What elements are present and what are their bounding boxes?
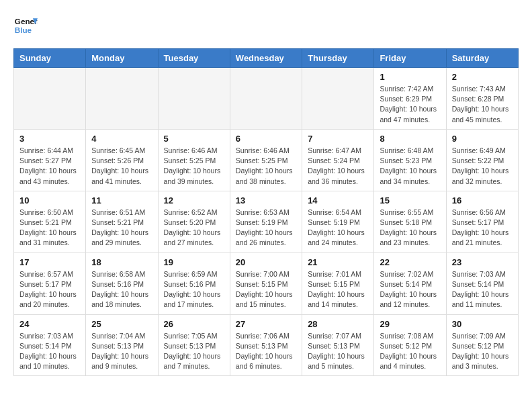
day-number: 19	[164, 257, 224, 267]
calendar-cell: 22Sunrise: 7:02 AM Sunset: 5:14 PM Dayli…	[374, 253, 446, 314]
day-info: Sunrise: 6:58 AM Sunset: 5:16 PM Dayligh…	[91, 269, 152, 310]
day-info: Sunrise: 6:48 AM Sunset: 5:23 PM Dayligh…	[380, 146, 440, 187]
logo: General Blue	[13, 13, 38, 38]
day-number: 11	[91, 195, 152, 205]
day-number: 22	[380, 257, 440, 267]
day-number: 29	[380, 319, 440, 329]
calendar-cell	[230, 68, 302, 130]
day-info: Sunrise: 7:01 AM Sunset: 5:15 PM Dayligh…	[308, 269, 368, 310]
calendar-header: SundayMondayTuesdayWednesdayThursdayFrid…	[14, 49, 519, 68]
day-number: 23	[452, 257, 513, 267]
calendar-cell: 3Sunrise: 6:44 AM Sunset: 5:27 PM Daylig…	[14, 129, 86, 191]
calendar-cell: 21Sunrise: 7:01 AM Sunset: 5:15 PM Dayli…	[302, 253, 374, 314]
weekday-header-tuesday: Tuesday	[158, 49, 230, 68]
day-info: Sunrise: 7:04 AM Sunset: 5:13 PM Dayligh…	[91, 331, 152, 372]
week-row-1: 1Sunrise: 7:42 AM Sunset: 6:29 PM Daylig…	[14, 68, 519, 130]
calendar-cell: 5Sunrise: 6:46 AM Sunset: 5:25 PM Daylig…	[158, 129, 230, 191]
calendar-cell: 26Sunrise: 7:05 AM Sunset: 5:13 PM Dayli…	[158, 314, 230, 376]
day-info: Sunrise: 6:50 AM Sunset: 5:21 PM Dayligh…	[19, 208, 80, 248]
calendar-cell: 6Sunrise: 6:46 AM Sunset: 5:25 PM Daylig…	[230, 129, 302, 191]
calendar-cell: 1Sunrise: 7:42 AM Sunset: 6:29 PM Daylig…	[374, 68, 446, 130]
day-number: 21	[308, 257, 368, 267]
day-info: Sunrise: 7:43 AM Sunset: 6:28 PM Dayligh…	[452, 84, 513, 125]
calendar-cell: 14Sunrise: 6:54 AM Sunset: 5:19 PM Dayli…	[302, 191, 374, 253]
day-info: Sunrise: 6:56 AM Sunset: 5:17 PM Dayligh…	[452, 208, 513, 248]
calendar-cell: 15Sunrise: 6:55 AM Sunset: 5:18 PM Dayli…	[374, 191, 446, 253]
day-info: Sunrise: 6:55 AM Sunset: 5:18 PM Dayligh…	[380, 208, 440, 248]
week-row-5: 24Sunrise: 7:03 AM Sunset: 5:14 PM Dayli…	[14, 314, 519, 376]
calendar-cell	[86, 68, 158, 130]
calendar-table: SundayMondayTuesdayWednesdayThursdayFrid…	[13, 48, 519, 376]
day-info: Sunrise: 6:59 AM Sunset: 5:16 PM Dayligh…	[164, 269, 224, 310]
day-number: 8	[380, 134, 440, 144]
calendar-cell: 10Sunrise: 6:50 AM Sunset: 5:21 PM Dayli…	[14, 191, 86, 253]
logo-icon: General Blue	[13, 13, 38, 38]
week-row-2: 3Sunrise: 6:44 AM Sunset: 5:27 PM Daylig…	[14, 129, 519, 191]
day-info: Sunrise: 6:46 AM Sunset: 5:25 PM Dayligh…	[236, 146, 296, 187]
calendar-cell: 7Sunrise: 6:47 AM Sunset: 5:24 PM Daylig…	[302, 129, 374, 191]
calendar-cell: 19Sunrise: 6:59 AM Sunset: 5:16 PM Dayli…	[158, 253, 230, 314]
day-number: 13	[236, 195, 296, 205]
day-info: Sunrise: 7:00 AM Sunset: 5:15 PM Dayligh…	[236, 269, 296, 310]
day-number: 18	[91, 257, 152, 267]
calendar-cell: 2Sunrise: 7:43 AM Sunset: 6:28 PM Daylig…	[446, 68, 518, 130]
calendar-cell: 20Sunrise: 7:00 AM Sunset: 5:15 PM Dayli…	[230, 253, 302, 314]
calendar-cell: 30Sunrise: 7:09 AM Sunset: 5:12 PM Dayli…	[446, 314, 518, 376]
day-number: 14	[308, 195, 368, 205]
day-info: Sunrise: 7:03 AM Sunset: 5:14 PM Dayligh…	[19, 331, 80, 372]
day-number: 20	[236, 257, 296, 267]
day-info: Sunrise: 6:45 AM Sunset: 5:26 PM Dayligh…	[91, 146, 152, 187]
day-number: 5	[164, 134, 224, 144]
day-number: 17	[19, 257, 80, 267]
day-info: Sunrise: 6:47 AM Sunset: 5:24 PM Dayligh…	[308, 146, 368, 187]
weekday-header-sunday: Sunday	[14, 49, 86, 68]
calendar-cell: 25Sunrise: 7:04 AM Sunset: 5:13 PM Dayli…	[86, 314, 158, 376]
day-number: 26	[164, 319, 224, 329]
week-row-3: 10Sunrise: 6:50 AM Sunset: 5:21 PM Dayli…	[14, 191, 519, 253]
calendar-cell	[158, 68, 230, 130]
calendar-cell: 11Sunrise: 6:51 AM Sunset: 5:21 PM Dayli…	[86, 191, 158, 253]
weekday-header-row: SundayMondayTuesdayWednesdayThursdayFrid…	[14, 49, 519, 68]
day-info: Sunrise: 7:02 AM Sunset: 5:14 PM Dayligh…	[380, 269, 440, 310]
weekday-header-monday: Monday	[86, 49, 158, 68]
day-number: 16	[452, 195, 513, 205]
day-number: 27	[236, 319, 296, 329]
day-number: 4	[91, 134, 152, 144]
calendar-cell: 23Sunrise: 7:03 AM Sunset: 5:14 PM Dayli…	[446, 253, 518, 314]
day-info: Sunrise: 6:54 AM Sunset: 5:19 PM Dayligh…	[308, 208, 368, 248]
day-info: Sunrise: 6:53 AM Sunset: 5:19 PM Dayligh…	[236, 208, 296, 248]
calendar-cell: 27Sunrise: 7:06 AM Sunset: 5:13 PM Dayli…	[230, 314, 302, 376]
day-number: 24	[19, 319, 80, 329]
weekday-header-saturday: Saturday	[446, 49, 518, 68]
calendar-body: 1Sunrise: 7:42 AM Sunset: 6:29 PM Daylig…	[14, 68, 519, 376]
day-number: 30	[452, 319, 513, 329]
day-number: 3	[19, 134, 80, 144]
day-info: Sunrise: 7:05 AM Sunset: 5:13 PM Dayligh…	[164, 331, 224, 372]
day-number: 12	[164, 195, 224, 205]
svg-text:Blue: Blue	[15, 26, 32, 34]
day-info: Sunrise: 7:07 AM Sunset: 5:13 PM Dayligh…	[308, 331, 368, 372]
day-number: 25	[91, 319, 152, 329]
day-number: 7	[308, 134, 368, 144]
calendar-cell: 24Sunrise: 7:03 AM Sunset: 5:14 PM Dayli…	[14, 314, 86, 376]
calendar-cell: 16Sunrise: 6:56 AM Sunset: 5:17 PM Dayli…	[446, 191, 518, 253]
day-info: Sunrise: 6:52 AM Sunset: 5:20 PM Dayligh…	[164, 208, 224, 248]
weekday-header-thursday: Thursday	[302, 49, 374, 68]
weekday-header-wednesday: Wednesday	[230, 49, 302, 68]
calendar-cell: 4Sunrise: 6:45 AM Sunset: 5:26 PM Daylig…	[86, 129, 158, 191]
day-info: Sunrise: 6:44 AM Sunset: 5:27 PM Dayligh…	[19, 146, 80, 187]
calendar-cell	[302, 68, 374, 130]
calendar-cell	[14, 68, 86, 130]
day-number: 6	[236, 134, 296, 144]
day-info: Sunrise: 6:49 AM Sunset: 5:22 PM Dayligh…	[452, 146, 513, 187]
calendar-cell: 8Sunrise: 6:48 AM Sunset: 5:23 PM Daylig…	[374, 129, 446, 191]
day-info: Sunrise: 6:51 AM Sunset: 5:21 PM Dayligh…	[91, 208, 152, 248]
day-info: Sunrise: 7:42 AM Sunset: 6:29 PM Dayligh…	[380, 84, 440, 125]
day-number: 15	[380, 195, 440, 205]
day-number: 9	[452, 134, 513, 144]
day-info: Sunrise: 7:06 AM Sunset: 5:13 PM Dayligh…	[236, 331, 296, 372]
calendar-cell: 18Sunrise: 6:58 AM Sunset: 5:16 PM Dayli…	[86, 253, 158, 314]
day-info: Sunrise: 6:46 AM Sunset: 5:25 PM Dayligh…	[164, 146, 224, 187]
day-number: 2	[452, 72, 513, 82]
calendar-cell: 12Sunrise: 6:52 AM Sunset: 5:20 PM Dayli…	[158, 191, 230, 253]
